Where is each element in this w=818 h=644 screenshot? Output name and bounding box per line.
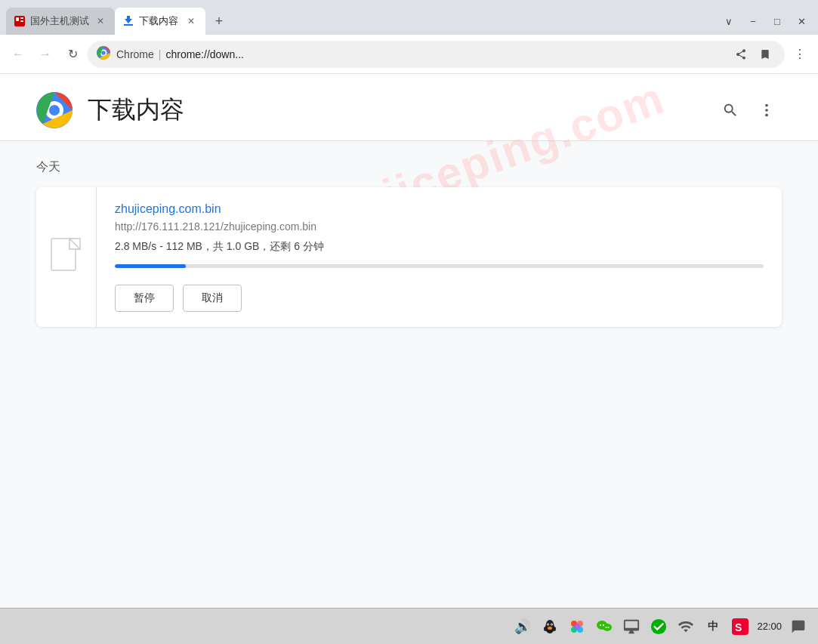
minimize-button[interactable]: − (742, 11, 764, 32)
chrome-logo (36, 92, 73, 128)
svg-rect-6 (124, 24, 133, 26)
page-title: 下载内容 (88, 94, 715, 127)
pause-button[interactable]: 暂停 (115, 285, 174, 312)
address-divider: | (159, 48, 162, 60)
tab-inactive[interactable]: 国外主机测试 ✕ (6, 8, 115, 35)
close-button[interactable]: ✕ (791, 11, 812, 32)
browser-window: 国外主机测试 ✕ 下载内容 ✕ + ∨ − □ ✕ (0, 0, 818, 644)
section-today: 今天 (36, 159, 782, 175)
qq-icon[interactable] (539, 616, 560, 637)
svg-point-37 (608, 627, 610, 628)
check-icon[interactable] (648, 616, 669, 637)
svg-rect-5 (127, 16, 130, 20)
address-text: Chrome | chrome://down... (116, 48, 724, 60)
extensions-button[interactable]: ⋮ (788, 42, 812, 66)
svg-point-26 (553, 627, 556, 631)
cancel-button[interactable]: 取消 (183, 285, 242, 312)
tab-bar: 国外主机测试 ✕ 下载内容 ✕ + ∨ − □ ✕ (0, 0, 818, 35)
svg-point-22 (548, 624, 549, 625)
progress-bar-fill (115, 264, 186, 268)
svg-text:S: S (735, 621, 742, 633)
search-button[interactable] (715, 95, 745, 125)
address-url: chrome://down... (165, 48, 244, 60)
progress-bar-container (115, 264, 764, 268)
volume-icon[interactable]: 🔊 (512, 616, 533, 637)
svg-point-36 (606, 627, 607, 628)
svg-point-15 (765, 114, 768, 117)
svg-point-13 (765, 104, 768, 107)
forward-button[interactable]: → (33, 42, 57, 66)
svg-point-23 (551, 624, 553, 625)
download-speed: 2.8 MB/s - 112 MB，共 1.0 GB，还剩 6 分钟 (115, 240, 764, 254)
tab-list-button[interactable]: ∨ (718, 11, 739, 32)
header-actions (715, 95, 782, 125)
svg-point-35 (603, 624, 604, 625)
tab-favicon-active (122, 15, 134, 27)
address-brand: Chrome (116, 48, 154, 60)
svg-point-24 (548, 627, 552, 630)
svg-rect-2 (20, 17, 23, 19)
back-button[interactable]: ← (6, 42, 30, 66)
address-bar-favicon (97, 46, 110, 62)
more-actions-button[interactable] (752, 95, 782, 125)
lang-icon[interactable]: 中 (702, 616, 724, 637)
downloads-header: 下载内容 (0, 74, 818, 141)
taskbar: 🔊 (0, 608, 818, 644)
address-bar[interactable]: Chrome | chrome://down... (88, 41, 785, 68)
file-icon (36, 187, 97, 327)
nav-bar: ← → ↻ Chrome | chrome://down... (0, 35, 818, 74)
tab-close-inactive[interactable]: ✕ (94, 14, 107, 28)
page-content: 下载内容 zhujiceping.com 今天 (0, 74, 818, 608)
tab-close-active[interactable]: ✕ (184, 14, 198, 28)
download-url: http://176.111.218.121/zhujiceping.com.b… (115, 220, 764, 233)
download-card: zhujiceping.com.bin http://176.111.218.1… (36, 187, 782, 327)
download-filename[interactable]: zhujiceping.com.bin (115, 202, 764, 216)
tab-favicon-inactive (14, 15, 26, 27)
monitor-icon[interactable] (621, 616, 642, 637)
downloads-body: 今天 zhujiceping.com.bin http://176.111.21… (0, 141, 818, 357)
window-controls: ∨ − □ ✕ (718, 11, 812, 32)
svg-point-9 (101, 51, 105, 54)
wechat-icon[interactable] (594, 616, 615, 637)
svg-point-34 (600, 624, 601, 625)
sogou-icon[interactable]: S (730, 616, 751, 637)
download-info: zhujiceping.com.bin http://176.111.218.1… (97, 187, 782, 327)
tab-active[interactable]: 下载内容 ✕ (115, 8, 205, 35)
download-actions: 暂停 取消 (115, 285, 764, 312)
reload-button[interactable]: ↻ (60, 42, 85, 66)
new-tab-button[interactable]: + (208, 11, 230, 32)
tab-title-active: 下载内容 (139, 14, 180, 28)
wifi-icon[interactable] (675, 616, 696, 637)
svg-rect-1 (16, 17, 19, 21)
taskbar-time: 22:00 (757, 621, 782, 632)
tab-title-inactive: 国外主机测试 (30, 14, 89, 28)
bookmark-icon-btn[interactable] (755, 44, 776, 65)
svg-point-25 (544, 627, 547, 631)
svg-rect-3 (20, 20, 23, 22)
svg-point-14 (765, 109, 768, 112)
nav-right: ⋮ (788, 42, 812, 66)
share-icon-btn[interactable] (730, 44, 752, 65)
maximize-button[interactable]: □ (767, 11, 788, 32)
svg-point-31 (574, 624, 580, 630)
taskbar-right: 🔊 (512, 616, 809, 637)
svg-point-38 (651, 618, 666, 633)
address-actions (730, 44, 776, 65)
notification-icon[interactable] (788, 616, 809, 637)
colorful-dots-icon[interactable] (566, 616, 588, 637)
svg-point-12 (49, 105, 60, 116)
